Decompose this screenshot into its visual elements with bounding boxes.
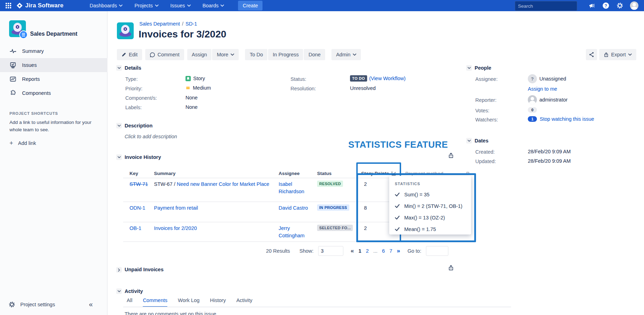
breadcrumb-project-link[interactable]: Sales Department: [139, 21, 180, 27]
breadcrumb-issue-link[interactable]: SD-1: [186, 21, 197, 27]
todo-transition-button[interactable]: To Do: [245, 49, 267, 60]
type-label: Type:: [125, 76, 138, 82]
app-title: Jira Software: [25, 2, 63, 9]
statistic-option-mean[interactable]: Mean() = 1.75: [395, 226, 465, 232]
page-1-current[interactable]: 1: [358, 248, 361, 254]
column-header-payment-method[interactable]: Payment method: [405, 171, 443, 176]
statistics-feature-annotation: STATISTICS FEATURE: [348, 139, 448, 150]
check-icon: [395, 227, 400, 231]
watchers-label: Watchers:: [475, 117, 498, 122]
issue-summary-link[interactable]: Need new Banner Color for Market Place: [177, 181, 269, 187]
sidebar-item-issues[interactable]: Issues: [0, 58, 107, 72]
edit-button[interactable]: Edit: [117, 49, 142, 60]
assign-to-me-link[interactable]: Assign to me: [528, 86, 557, 92]
user-avatar[interactable]: [630, 1, 638, 10]
reporter-value: adminstrator: [528, 95, 568, 104]
tab-activity[interactable]: Activity: [236, 298, 252, 307]
description-section-title: Description: [125, 123, 153, 128]
share-button[interactable]: [586, 49, 597, 60]
done-transition-button[interactable]: Done: [304, 49, 325, 60]
admin-button[interactable]: Admin: [331, 49, 361, 60]
invoice-history-export-icon[interactable]: [448, 153, 454, 160]
unpaid-invoices-export-icon[interactable]: [448, 265, 454, 272]
page-7-link[interactable]: 7: [390, 248, 392, 254]
statistics-chart-icon[interactable]: [391, 171, 396, 176]
nav-issues[interactable]: Issues: [170, 3, 191, 8]
tab-work-log[interactable]: Work Log: [178, 298, 200, 307]
results-count: 20 Results: [266, 248, 290, 254]
project-settings-button[interactable]: Project settings: [8, 301, 55, 308]
column-header-story-points[interactable]: Story Points: [361, 171, 396, 176]
add-link-button[interactable]: + Add link: [9, 140, 36, 146]
assignee-link[interactable]: David Castro: [279, 204, 312, 212]
search-input[interactable]: [515, 4, 583, 9]
activity-collapse-chevron[interactable]: [116, 288, 122, 294]
global-search[interactable]: [515, 1, 577, 11]
comment-button[interactable]: Comment: [145, 49, 184, 60]
app-switcher-icon[interactable]: [4, 1, 13, 10]
people-section-title: People: [475, 65, 491, 71]
issue-key-link[interactable]: OB-1: [130, 225, 141, 232]
next-page-button[interactable]: »: [397, 247, 400, 254]
chevron-down-icon: [353, 54, 356, 56]
announcements-icon[interactable]: [588, 2, 596, 9]
create-button[interactable]: Create: [238, 1, 262, 10]
previous-page-button[interactable]: «: [351, 247, 354, 254]
assignee-link[interactable]: Jerry Cottingham: [279, 225, 312, 239]
invoice-history-collapse-chevron[interactable]: [116, 154, 122, 160]
settings-gear-icon[interactable]: [616, 2, 624, 9]
dates-section-title: Dates: [475, 138, 489, 144]
dates-collapse-chevron[interactable]: [466, 138, 472, 144]
sidebar-item-label: Summary: [22, 48, 44, 54]
column-header-p[interactable]: P: [466, 171, 469, 176]
unpaid-invoices-expand-chevron[interactable]: [116, 267, 122, 273]
people-collapse-chevron[interactable]: [466, 65, 472, 71]
project-sidebar: Sales Department Summary Issues Reports …: [0, 11, 107, 315]
goto-page-input[interactable]: [426, 246, 448, 256]
help-icon[interactable]: ?: [602, 2, 610, 9]
story-points-value: 8: [364, 204, 367, 212]
tab-comments[interactable]: Comments: [143, 298, 167, 307]
issue-key-link[interactable]: STW-71: [130, 181, 148, 188]
comment-bubble-icon: [150, 52, 155, 57]
chevron-down-icon: [118, 125, 121, 127]
inprogress-transition-button[interactable]: In Progress: [268, 49, 303, 60]
statistic-option-min[interactable]: Min() = 2 (STW-71, OB-1): [395, 203, 465, 209]
tab-all[interactable]: All: [127, 298, 132, 307]
nav-boards[interactable]: Boards: [203, 3, 224, 8]
description-placeholder[interactable]: Click to add description: [125, 134, 177, 139]
tab-history[interactable]: History: [210, 298, 226, 307]
nav-projects[interactable]: Projects: [134, 3, 158, 8]
details-collapse-chevron[interactable]: [116, 65, 122, 71]
statistic-option-sum[interactable]: Sum() = 35: [395, 192, 465, 197]
column-header-summary[interactable]: Summary: [154, 171, 176, 176]
sidebar-item-reports[interactable]: Reports: [0, 72, 107, 86]
stop-watching-link[interactable]: Stop watching this issue: [540, 116, 594, 122]
more-button[interactable]: More: [212, 49, 239, 60]
description-collapse-chevron[interactable]: [116, 123, 122, 128]
column-header-status[interactable]: Status: [317, 171, 331, 176]
project-avatar[interactable]: [9, 20, 26, 37]
votes-badge[interactable]: 0: [528, 107, 537, 113]
sidebar-item-summary[interactable]: Summary: [0, 44, 107, 58]
assign-button[interactable]: Assign: [187, 49, 212, 60]
breadcrumb-separator: /: [182, 21, 183, 27]
column-header-assignee[interactable]: Assignee: [279, 171, 300, 176]
page-6-link[interactable]: 6: [382, 248, 385, 254]
watchers-badge[interactable]: 1: [528, 116, 537, 122]
show-count-input[interactable]: [318, 246, 343, 256]
updated-label: Updated:: [475, 159, 496, 164]
issue-summary-link[interactable]: Payment from retail: [154, 205, 198, 211]
export-button[interactable]: Export: [599, 49, 636, 60]
nav-dashboards[interactable]: Dashboards: [90, 3, 122, 8]
collapse-sidebar-button[interactable]: «: [89, 300, 93, 308]
view-workflow-link[interactable]: (View Workflow): [369, 76, 406, 81]
sidebar-item-components[interactable]: Components: [0, 86, 107, 100]
column-header-key[interactable]: Key: [130, 171, 138, 176]
page-2-link[interactable]: 2: [366, 248, 369, 254]
assignee-link[interactable]: Isabel Richardson: [279, 181, 312, 195]
jira-logo[interactable]: Jira Software: [16, 2, 63, 9]
issue-key-link[interactable]: ODN-1: [130, 204, 145, 212]
issue-summary-link[interactable]: Invoices for 2/2020: [154, 225, 197, 231]
statistic-option-max[interactable]: Max() = 13 (OZ-2): [395, 215, 465, 220]
